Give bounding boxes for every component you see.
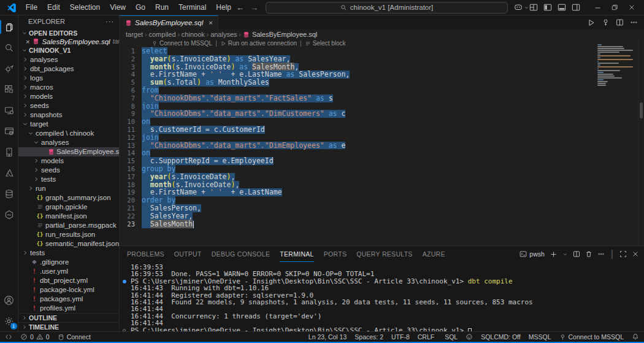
tree-item-graph-summary-json[interactable]: {}graph_summary.json <box>18 193 119 202</box>
activity-sql-tools[interactable] <box>0 58 18 79</box>
minimize-button[interactable] <box>589 0 606 15</box>
activity-extensions[interactable] <box>0 79 18 100</box>
panel-tab-ports[interactable]: PORTS <box>324 246 347 262</box>
breadcrumb-item-target[interactable]: target <box>126 31 143 38</box>
minimap[interactable] <box>597 44 634 87</box>
more-actions-button[interactable] <box>630 18 638 26</box>
split-terminal-button[interactable] <box>573 250 580 258</box>
tree-item-dbt-project-yml[interactable]: !dbt_project.yml <box>18 276 119 285</box>
tree-item-packages-yml[interactable]: !packages.yml <box>18 295 119 304</box>
code-line-21[interactable]: 21 SalesPerson, <box>120 204 644 212</box>
status-remote-indicator[interactable] <box>5 333 12 341</box>
status-cursor-position[interactable]: Ln 23, Col 13 <box>309 333 347 341</box>
maximize-panel-button[interactable] <box>619 250 627 258</box>
menu-edit[interactable]: Edit <box>42 1 65 13</box>
customize-layout-icon[interactable] <box>529 3 538 12</box>
menu-terminal[interactable]: Terminal <box>174 1 211 13</box>
tree-item-run-results-json[interactable]: {}run_results.json <box>18 230 119 239</box>
activity-remote-explorer[interactable] <box>0 100 18 121</box>
tree-item-seeds[interactable]: seeds <box>18 166 119 175</box>
restore-button[interactable] <box>606 0 623 15</box>
status-indentation[interactable]: Spaces: 2 <box>355 333 383 341</box>
tree-item-seeds[interactable]: seeds <box>18 101 119 110</box>
tree-item-manifest-json[interactable]: {}manifest.json <box>18 212 119 221</box>
code-line-15[interactable]: 15 c.SupportRepId = e.EmployeeId <box>120 157 644 165</box>
code-line-23[interactable]: 23 SalesMonth <box>120 220 644 228</box>
open-editors-header[interactable]: OPEN EDITORS <box>18 28 119 38</box>
toggle-panel-icon[interactable] <box>558 3 566 12</box>
tree-item-target[interactable]: target <box>18 120 119 129</box>
terminal-output[interactable]: 16:39:5316:39:53 Done. PASS=1 WARN=0 ERR… <box>120 262 644 331</box>
command-decoration-run[interactable] <box>123 280 126 283</box>
tree-item-profiles-yml[interactable]: !profiles.yml <box>18 304 119 313</box>
tree-item-graph-gpickle[interactable]: graph.gpickle <box>18 202 119 212</box>
activity-containers[interactable] <box>0 142 18 163</box>
outline-section[interactable]: OUTLINE <box>18 313 119 322</box>
activity-settings[interactable]: 1 <box>0 310 18 331</box>
codelens-select-block[interactable]: Select block <box>305 40 346 47</box>
split-editor-button[interactable] <box>616 18 624 26</box>
panel-tab-problems[interactable]: PROBLEMS <box>127 246 164 262</box>
status-connect[interactable]: Connect <box>58 333 91 341</box>
status-problems[interactable]: 00 <box>20 333 50 341</box>
terminal-shell-selector[interactable]: pwsh <box>519 250 545 258</box>
tree-item-analyses[interactable]: analyses <box>18 55 119 64</box>
code-line-19[interactable]: 19 e.FirstName + ' ' + e.LastName <box>120 188 644 196</box>
tree-item-partial-parse-msgpack[interactable]: partial_parse.msgpack <box>18 221 119 230</box>
close-panel-button[interactable] <box>632 250 639 258</box>
kill-terminal-button[interactable] <box>585 250 592 258</box>
explorer-more-actions[interactable]: ··· <box>105 18 114 25</box>
run-query-button[interactable] <box>587 18 596 27</box>
code-line-7[interactable]: 7 "ChinookDbms"."data_marts"."FactSales"… <box>120 94 644 102</box>
code-line-13[interactable]: 13 "ChinookDbms"."data_marts"."DimEmploy… <box>120 142 644 150</box>
breadcrumb-item-salesbyemployee-sql[interactable]: SalesByEmployee.sql <box>243 31 317 38</box>
status-eol[interactable]: CRLF <box>418 333 434 341</box>
panel-tab-query-results[interactable]: QUERY RESULTS <box>356 246 412 262</box>
activity-search[interactable] <box>0 37 18 58</box>
tree-item-salesbyemployee-sql[interactable]: SalesByEmployee.sql <box>18 147 119 156</box>
tree-item-macros[interactable]: macros <box>18 83 119 92</box>
activity-accounts[interactable] <box>0 290 18 310</box>
tree-item-tests[interactable]: tests <box>18 249 119 258</box>
activity-azure[interactable] <box>0 163 18 183</box>
status-mssql[interactable]: MSSQL <box>529 333 551 341</box>
editor-scrollbar[interactable] <box>638 39 644 245</box>
status-encoding[interactable]: UTF-8 <box>391 333 410 341</box>
code-line-9[interactable]: 9 "ChinookDbms"."data_marts"."DimCustome… <box>120 110 644 118</box>
menu-run[interactable]: Run <box>150 1 174 13</box>
code-line-22[interactable]: 22 SalesYear, <box>120 212 644 220</box>
toggle-secondary-sidebar-icon[interactable] <box>572 3 580 12</box>
tree-item-dbt-packages[interactable]: dbt_packages <box>18 64 119 74</box>
breadcrumb-item-compiled[interactable]: compiled <box>148 31 175 38</box>
tree-item-semantic-manifest-json[interactable]: {}semantic_manifest.json <box>18 239 119 249</box>
status-language-mode[interactable]: SQL <box>442 333 458 341</box>
status-connect-to-mssql[interactable]: Connect to MSSQL <box>559 333 624 341</box>
code-line-11[interactable]: 11 s.CustomerId = c.CustomerId <box>120 126 644 134</box>
panel-tab-output[interactable]: OUTPUT <box>174 246 202 262</box>
menu-file[interactable]: File <box>21 1 42 13</box>
menu-view[interactable]: View <box>105 1 131 13</box>
terminal-more-actions-button[interactable] <box>597 250 605 258</box>
code-line-5[interactable]: 5 sum(s.Total) as MonthlySales <box>120 79 644 87</box>
close-icon[interactable]: × <box>26 38 29 45</box>
toggle-primary-sidebar-icon[interactable] <box>543 3 552 12</box>
tree-item-compiled-chinook[interactable]: compiled \ chinook <box>18 129 119 138</box>
tree-item-tests[interactable]: tests <box>18 175 119 184</box>
code-area[interactable]: 1select2 year(s.InvoiceDate) as SalesYea… <box>120 47 644 228</box>
tree-item-models[interactable]: models <box>18 156 119 166</box>
panel-tab-debug-console[interactable]: DEBUG CONSOLE <box>212 246 270 262</box>
tab-salesbyemployee-sql[interactable]: SalesByEmployee.sql × <box>120 15 218 29</box>
workspace-header[interactable]: CHINOOK_V1 <box>18 45 119 55</box>
activity-database[interactable] <box>0 183 18 204</box>
activity-dbt[interactable] <box>0 204 18 225</box>
panel-tab-azure[interactable]: AZURE <box>423 246 445 262</box>
code-editor[interactable]: Connect to MSSQL|Run on active connectio… <box>120 39 644 245</box>
forward-button[interactable]: → <box>250 3 258 12</box>
breadcrumb-item-analyses[interactable]: analyses <box>210 31 237 38</box>
codelens-run-on-active-connection[interactable]: Run on active connection <box>220 40 297 47</box>
tree-item-snapshots[interactable]: snapshots <box>18 110 119 120</box>
tree-item-package-lock-yml[interactable]: !package-lock.yml <box>18 285 119 295</box>
tree-item-models[interactable]: models <box>18 92 119 101</box>
status-sqlcmd[interactable]: SQLCMD: Off <box>481 333 521 341</box>
terminal-dropdown-button[interactable] <box>562 252 568 257</box>
